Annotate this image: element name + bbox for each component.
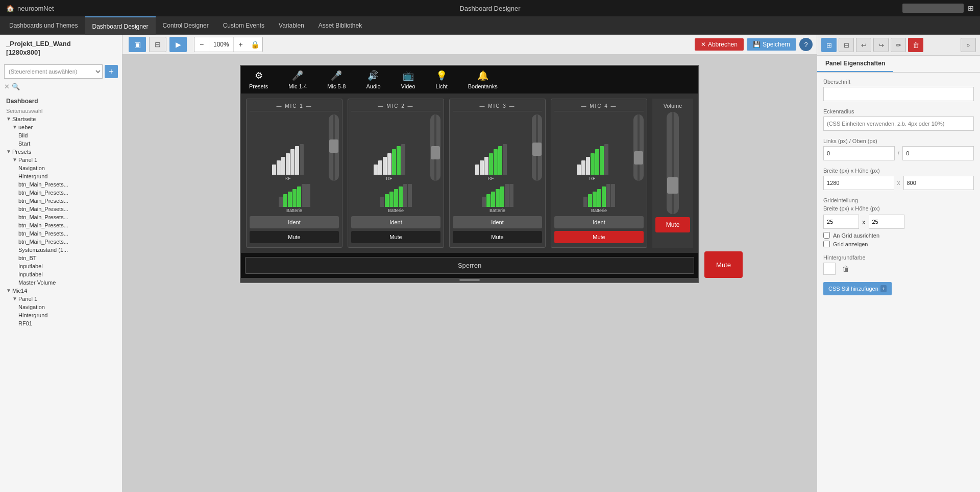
grid-anzeigen-checkbox[interactable] bbox=[823, 241, 830, 247]
tree-item-startseite[interactable]: ▼ Startseite ✕ bbox=[0, 115, 122, 123]
tree-item-inputlabel2[interactable]: Inputlabel ✕ bbox=[0, 270, 122, 278]
tree-item-presets[interactable]: ▼ Presets ✕ bbox=[0, 148, 122, 156]
color-swatch[interactable] bbox=[823, 263, 836, 275]
fader-thumb[interactable] bbox=[532, 143, 542, 156]
css-add-button[interactable]: CSS Stil hinzufügen + bbox=[823, 282, 892, 295]
mic3-mute-button[interactable]: Mute bbox=[453, 231, 542, 243]
mic1-fader[interactable] bbox=[329, 114, 339, 181]
grid-breite-hohe-label: Breite (px) x Höhe (px) bbox=[823, 205, 974, 212]
tree-item-rf01[interactable]: RF01 ✕ bbox=[0, 319, 122, 327]
search-button[interactable]: 🔍 bbox=[12, 83, 20, 90]
lock-button[interactable]: 🔒 bbox=[248, 37, 262, 52]
tree-item-btn4[interactable]: btn_Main_Presets... ✕ bbox=[0, 205, 122, 213]
nav-audio[interactable]: 🔊 Audio bbox=[366, 70, 380, 89]
sperren-button[interactable]: Sperren bbox=[245, 257, 694, 274]
ueberschrift-input[interactable] bbox=[823, 87, 974, 101]
edit-button[interactable]: ✏ bbox=[891, 38, 906, 52]
tree-item-start[interactable]: Start ✕ bbox=[0, 139, 122, 148]
fader-thumb[interactable] bbox=[329, 139, 338, 153]
tree-item-systemzustand[interactable]: Systemzustand (1... ✕ bbox=[0, 246, 122, 254]
mic2-ident-button[interactable]: Ident bbox=[351, 216, 440, 228]
mic3-ident-button[interactable]: Ident bbox=[453, 216, 542, 228]
view-mode-button[interactable]: ▣ bbox=[129, 37, 146, 52]
tab-panel-eigenschaften[interactable]: Panel Eigenschaften bbox=[817, 56, 893, 72]
volume-fader-thumb[interactable] bbox=[667, 177, 678, 194]
master-mute-button[interactable]: Mute bbox=[704, 251, 743, 278]
tree-item-btn3[interactable]: btn_Main_Presets... ✕ bbox=[0, 197, 122, 205]
trash-button[interactable]: 🗑 bbox=[840, 263, 852, 275]
nav-mic14[interactable]: 🎤 Mic 1-4 bbox=[288, 70, 307, 89]
tree-item-mic14-nav[interactable]: Navigation ✕ bbox=[0, 303, 122, 311]
redo-button[interactable]: ↪ bbox=[873, 38, 889, 52]
bar bbox=[279, 197, 283, 207]
an-grid-checkbox[interactable] bbox=[823, 232, 830, 239]
add-control-button[interactable]: + bbox=[105, 65, 118, 78]
tab-dashboards[interactable]: Dashboards und Themes bbox=[2, 16, 85, 35]
zoom-in-button[interactable]: + bbox=[234, 37, 248, 52]
tree-item-btn8[interactable]: btn_Main_Presets... ✕ bbox=[0, 238, 122, 246]
help-button[interactable]: ? bbox=[799, 38, 813, 51]
control-select[interactable]: (Steuerelement auswählen) bbox=[4, 64, 103, 79]
tree-item-hintergrund[interactable]: Hintergrund ✕ bbox=[0, 172, 122, 180]
grid-hohe-input[interactable] bbox=[869, 215, 904, 229]
expand-panel-button[interactable]: » bbox=[961, 38, 976, 52]
tree-item-btn5[interactable]: btn_Main_Presets... ✕ bbox=[0, 213, 122, 221]
nav-presets[interactable]: ⚙ Presets bbox=[249, 70, 268, 89]
tree-item-mic14-hintergrund[interactable]: Hintergrund ✕ bbox=[0, 311, 122, 319]
abbrechen-button[interactable]: ✕ Abbrechen bbox=[695, 38, 744, 51]
tree-item-navigation[interactable]: Navigation ✕ bbox=[0, 164, 122, 172]
mic4-fader[interactable] bbox=[633, 114, 644, 181]
speichern-button[interactable]: 💾 Speichern bbox=[747, 38, 796, 51]
tree-item-mastervolume[interactable]: Master Volume ✕ bbox=[0, 278, 122, 287]
mic4-mute-button[interactable]: Mute bbox=[554, 231, 644, 243]
nav-licht[interactable]: 💡 Licht bbox=[436, 70, 448, 89]
mic1-ident-button[interactable]: Ident bbox=[250, 216, 339, 228]
copy-button[interactable]: ⊞ bbox=[821, 38, 837, 52]
tree-item-btn6[interactable]: btn_Main_Presets... ✕ bbox=[0, 221, 122, 229]
search-bar[interactable] bbox=[902, 4, 964, 13]
split-view-button[interactable]: ⊟ bbox=[149, 37, 166, 52]
paste-button[interactable]: ⊟ bbox=[839, 38, 854, 52]
tree-item-panel1[interactable]: ▼ Panel 1 ✕ bbox=[0, 156, 122, 164]
tree-item-bild[interactable]: Bild ✕ bbox=[0, 131, 122, 139]
tree-item-btn1[interactable]: btn_Main_Presets... ✕ bbox=[0, 180, 122, 189]
mic2-fader[interactable] bbox=[430, 114, 440, 181]
play-button[interactable]: ▶ bbox=[169, 37, 187, 52]
tree-item-btn2[interactable]: btn_Main_Presets... ✕ bbox=[0, 189, 122, 197]
breite-input[interactable] bbox=[823, 176, 894, 190]
tree-item-ueber[interactable]: ▼ ueber ✕ bbox=[0, 123, 122, 131]
tab-custom-events[interactable]: Custom Events bbox=[216, 16, 272, 35]
undo-button[interactable]: ↩ bbox=[856, 38, 871, 52]
tab-asset-bibliothek[interactable]: Asset Bibliothek bbox=[311, 16, 369, 35]
nav-bodentanks[interactable]: 🔔 Bodentanks bbox=[468, 70, 498, 89]
tree-item-btnbt[interactable]: btn_BT ✕ bbox=[0, 254, 122, 262]
mic2-body: RF bbox=[351, 114, 440, 181]
eckenradius-input[interactable] bbox=[823, 116, 974, 131]
nav-video-label: Video bbox=[401, 83, 415, 89]
canvas-viewport[interactable]: ⚙ Presets 🎤 Mic 1-4 🎤 Mic 5-8 🔊 bbox=[122, 55, 817, 492]
zoom-out-button[interactable]: − bbox=[194, 37, 209, 52]
tree-item-mic14[interactable]: ▼ Mic14 ✕ bbox=[0, 287, 122, 295]
nav-mic58[interactable]: 🎤 Mic 5-8 bbox=[327, 70, 346, 89]
tab-control-designer[interactable]: Control Designer bbox=[156, 16, 216, 35]
volume-mute-button[interactable]: Mute bbox=[655, 217, 690, 232]
mic2-mute-button[interactable]: Mute bbox=[351, 231, 440, 243]
tree-item-mic14-panel1[interactable]: ▼ Panel 1 ✕ bbox=[0, 295, 122, 303]
hohe-input[interactable] bbox=[903, 176, 974, 190]
links-input[interactable] bbox=[823, 146, 895, 160]
tree-item-btn7[interactable]: btn_Main_Presets... ✕ bbox=[0, 229, 122, 238]
nav-video[interactable]: 📺 Video bbox=[401, 70, 415, 89]
grid-breite-input[interactable] bbox=[823, 215, 859, 229]
fader-thumb[interactable] bbox=[431, 146, 440, 159]
mic4-ident-button[interactable]: Ident bbox=[554, 216, 644, 228]
delete-button[interactable]: 🗑 bbox=[908, 38, 923, 52]
tab-variablen[interactable]: Variablen bbox=[272, 16, 311, 35]
clear-search-button[interactable]: ✕ bbox=[4, 83, 10, 90]
tree-item-inputlabel1[interactable]: Inputlabel ✕ bbox=[0, 262, 122, 270]
tab-dashboard-designer[interactable]: Dashboard Designer bbox=[85, 16, 156, 35]
mic3-fader[interactable] bbox=[532, 114, 542, 181]
volume-fader[interactable] bbox=[667, 112, 679, 214]
fader-thumb[interactable] bbox=[634, 151, 643, 165]
oben-input[interactable] bbox=[902, 146, 974, 160]
mic1-mute-button[interactable]: Mute bbox=[250, 231, 339, 243]
